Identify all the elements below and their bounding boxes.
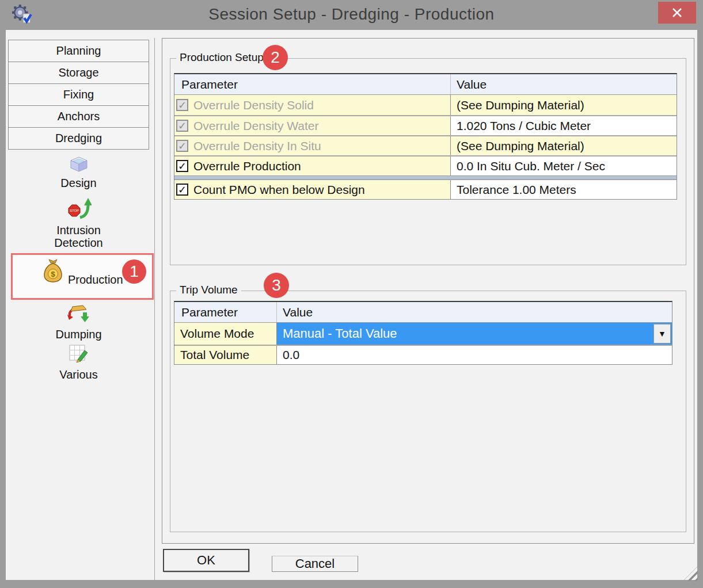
annotation-badge-1: 1 [122, 259, 146, 284]
parameter-value[interactable]: 1.020 Tons / Cubic Meter [451, 116, 677, 135]
production-setup-table: Parameter Value ✓Overrule Density Solid(… [174, 73, 677, 200]
production-setup-row: ✓Count PMO when below DesignTolerance 1.… [174, 179, 677, 199]
sidebar-item-various[interactable]: Various [8, 342, 149, 381]
sidebar-category-buttons: PlanningStorageFixingAnchorsDredging [8, 40, 149, 150]
parameter-value[interactable]: (See Dumping Material) [451, 95, 677, 115]
production-setup-row: ✓Overrule Density In Situ(See Dumping Ma… [174, 135, 677, 155]
parameter-checkbox: ✓ [176, 99, 188, 111]
annotation-badge-3: 3 [264, 273, 289, 298]
sidebar-item-label: Intrusion Detection [41, 224, 116, 249]
sidebar-button-fixing[interactable]: Fixing [8, 83, 149, 106]
sidebar-item-label: Design [8, 177, 149, 189]
dropdown-arrow-button[interactable]: ▼ [653, 324, 671, 343]
trip-volume-row: Volume ModeManual - Total Value▼ [174, 323, 672, 345]
production-money-bag-icon: $ [41, 257, 64, 284]
dialog-content: PlanningStorageFixingAnchorsDredging Des… [6, 30, 697, 580]
svg-text:STOP: STOP [69, 209, 78, 212]
column-header-value: Value [277, 302, 672, 322]
design-box-icon [68, 155, 90, 173]
groupbox-title: Trip Volume [176, 284, 241, 296]
sidebar-item-intrusion-detection[interactable]: STOP Intrusion Detection [8, 196, 149, 249]
parameter-label: Volume Mode [174, 323, 277, 345]
parameter-label: Overrule Density Solid [193, 98, 314, 112]
table-header: Parameter Value [174, 302, 672, 323]
groupbox-title: Production Setup [176, 51, 267, 64]
parameter-label: Total Volume [174, 346, 277, 364]
production-setup-row: ✓Overrule Production0.0 In Situ Cub. Met… [174, 155, 677, 175]
sidebar-button-storage[interactable]: Storage [8, 62, 149, 84]
sidebar-separator [154, 38, 155, 580]
trip-volume-table: Parameter Value Volume ModeManual - Tota… [174, 301, 672, 365]
dumping-icon [66, 302, 92, 324]
parameter-value[interactable]: Tolerance 1.00 Meters [451, 180, 677, 199]
svg-text:$: $ [51, 270, 56, 278]
parameter-checkbox: ✓ [176, 120, 188, 132]
production-setup-row: ✓Overrule Density Water1.020 Tons / Cubi… [174, 115, 677, 135]
dropdown-selected-value: Manual - Total Value [283, 326, 397, 341]
column-header-value: Value [451, 74, 677, 94]
parameter-label: Overrule Density In Situ [193, 139, 321, 153]
parameter-value[interactable]: (See Dumping Material) [451, 136, 677, 155]
cancel-button[interactable]: Cancel [272, 556, 358, 572]
volume-mode-dropdown[interactable]: Manual - Total Value▼ [277, 323, 672, 345]
sidebar-item-design[interactable]: Design [8, 155, 149, 189]
sidebar-item-label: Dumping [8, 328, 149, 341]
intrusion-detection-icon: STOP [66, 196, 92, 220]
sidebar-item-label: Production [68, 273, 123, 286]
titlebar: Session Setup - Dredging - Production [0, 0, 703, 30]
parameter-label: Overrule Production [193, 159, 301, 173]
ok-button[interactable]: OK [163, 549, 249, 572]
table-header: Parameter Value [174, 74, 677, 95]
sidebar-button-dredging[interactable]: Dredging [8, 127, 149, 150]
parameter-label: Count PMO when below Design [193, 183, 365, 197]
close-button[interactable] [658, 2, 696, 24]
sidebar-button-planning[interactable]: Planning [8, 40, 149, 62]
annotation-badge-2: 2 [263, 45, 288, 70]
parameter-checkbox[interactable]: ✓ [176, 160, 188, 172]
parameter-checkbox[interactable]: ✓ [176, 184, 188, 196]
column-header-parameter: Parameter [174, 302, 277, 322]
column-header-parameter: Parameter [174, 74, 451, 94]
parameter-checkbox: ✓ [176, 140, 188, 152]
close-icon [671, 7, 683, 18]
sidebar-item-dumping[interactable]: Dumping [8, 302, 149, 341]
production-setup-row: ✓Overrule Density Solid(See Dumping Mate… [174, 95, 677, 115]
sidebar-button-anchors[interactable]: Anchors [8, 105, 149, 128]
parameter-value[interactable]: 0.0 In Situ Cub. Meter / Sec [451, 156, 677, 175]
window-title: Session Setup - Dredging - Production [0, 5, 703, 24]
value-input[interactable]: 0.0 [277, 346, 672, 364]
various-grid-icon [67, 342, 90, 364]
parameter-label: Overrule Density Water [193, 119, 318, 133]
trip-volume-row: Total Volume0.0 [174, 345, 672, 364]
sidebar-item-label: Various [8, 368, 149, 381]
